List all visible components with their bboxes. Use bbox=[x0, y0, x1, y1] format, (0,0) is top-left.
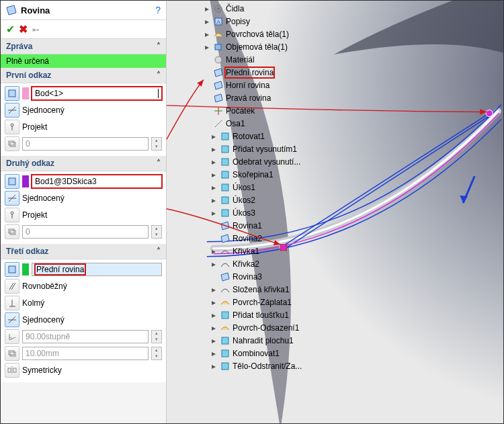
tree-node[interactable]: ▸Povrch-Odsazení1 bbox=[200, 321, 355, 334]
tree-label: Křivka2 bbox=[233, 259, 259, 269]
expand-icon[interactable]: ▸ bbox=[210, 349, 218, 358]
tree-node[interactable]: ▸Křivka1 bbox=[200, 245, 355, 257]
tree-node[interactable]: ▸Odebrat vysunutí... bbox=[200, 155, 355, 168]
tree-node[interactable]: ▸Složená křivka1 bbox=[200, 283, 355, 296]
entity-icon[interactable] bbox=[5, 174, 19, 189]
expand-icon[interactable]: ▸ bbox=[210, 208, 218, 218]
sensor-icon bbox=[213, 3, 224, 14]
third-reference-header[interactable]: Třetí odkaz ˄ bbox=[1, 244, 166, 259]
offset-icon[interactable] bbox=[5, 224, 19, 239]
tree-node[interactable]: ▸Úkos2 bbox=[200, 194, 355, 206]
tree-node[interactable]: ▸Úkos3 bbox=[200, 206, 355, 219]
tree-label: Čidla bbox=[226, 4, 244, 13]
svg-marker-51 bbox=[221, 222, 229, 230]
tree-node[interactable]: Pravá rovina bbox=[200, 91, 355, 104]
tree-node[interactable]: ▸Úkos1 bbox=[200, 181, 355, 194]
tree-node[interactable]: Rovina2 bbox=[200, 232, 355, 245]
coincident-icon[interactable] bbox=[5, 103, 19, 118]
tree-node[interactable]: ▸Nahradit plochu1 bbox=[200, 334, 355, 347]
tree-node[interactable]: ▸Skořepina1 bbox=[200, 168, 355, 181]
expand-icon[interactable]: ▸ bbox=[210, 310, 218, 320]
first-reference-header[interactable]: První odkaz ˄ bbox=[1, 68, 166, 83]
expand-icon[interactable]: ▸ bbox=[210, 196, 218, 205]
coincident-icon[interactable] bbox=[5, 312, 19, 327]
project-icon[interactable] bbox=[5, 208, 19, 222]
expand-icon[interactable]: ▸ bbox=[203, 30, 211, 39]
tree-label: Přidat vysunutím1 bbox=[233, 144, 297, 154]
expand-icon[interactable]: ▸ bbox=[210, 132, 218, 141]
ok-button[interactable]: ✔ bbox=[6, 23, 15, 36]
tree-node[interactable]: ▸Povrchová těla(1) bbox=[200, 28, 355, 40]
expand-icon[interactable]: ▸ bbox=[210, 157, 218, 167]
tree-node[interactable]: ▸Čidla bbox=[200, 2, 355, 15]
pin-button[interactable]: ➵ bbox=[32, 24, 40, 35]
tree-node[interactable]: ▸Objemová těla(1) bbox=[200, 40, 355, 53]
tree-label: Křivka1 bbox=[233, 247, 259, 256]
svg-rect-50 bbox=[222, 210, 228, 216]
expand-icon[interactable]: ▸ bbox=[210, 285, 218, 294]
svg-rect-23 bbox=[10, 352, 15, 356]
expand-icon[interactable]: ▸ bbox=[210, 362, 218, 371]
tree-node[interactable]: ▸Křivka2 bbox=[200, 257, 355, 270]
graphics-viewport[interactable]: ▸Čidla▸APopisy▸Povrchová těla(1)▸Objemov… bbox=[167, 1, 503, 423]
offset-icon[interactable] bbox=[5, 136, 19, 151]
expand-icon[interactable]: ▸ bbox=[210, 323, 218, 333]
tree-node[interactable]: Počátek bbox=[200, 104, 355, 117]
tree-node[interactable]: Rovina3 bbox=[200, 270, 355, 283]
parallel-icon[interactable] bbox=[5, 279, 19, 294]
spinner: ▴▾ bbox=[151, 225, 162, 239]
tree-node[interactable]: ▸Tělo-Odstranit/Za... bbox=[200, 359, 355, 372]
perpendicular-icon[interactable] bbox=[5, 296, 19, 310]
tree-label: Přední rovina bbox=[226, 68, 274, 77]
distance-icon[interactable] bbox=[5, 346, 19, 361]
feature-tree[interactable]: ▸Čidla▸APopisy▸Povrchová těla(1)▸Objemov… bbox=[200, 2, 355, 372]
entity-icon[interactable] bbox=[5, 262, 19, 277]
tree-node[interactable]: Materiál bbox=[200, 53, 355, 66]
expand-icon[interactable]: ▸ bbox=[210, 259, 218, 269]
tree-node[interactable]: ▸Přidat vysunutím1 bbox=[200, 142, 355, 155]
panel-header: Rovina ? bbox=[1, 1, 166, 20]
expand-icon[interactable]: ▸ bbox=[210, 144, 218, 154]
tree-node[interactable]: Horní rovina bbox=[200, 79, 355, 91]
tree-node[interactable]: Osa1 bbox=[200, 117, 355, 130]
second-reference-header[interactable]: Druhý odkaz ˄ bbox=[1, 156, 166, 171]
expand-icon[interactable]: ▸ bbox=[203, 4, 211, 13]
expand-icon[interactable]: ▸ bbox=[210, 298, 218, 307]
svg-line-16 bbox=[9, 283, 13, 290]
expand-icon[interactable]: ▸ bbox=[210, 247, 218, 256]
ref1-field[interactable]: Bod<1> bbox=[32, 87, 162, 100]
tree-node[interactable]: ▸APopisy bbox=[200, 15, 355, 28]
project-icon[interactable] bbox=[5, 120, 19, 134]
expand-icon[interactable]: ▸ bbox=[203, 42, 211, 52]
angle-icon[interactable] bbox=[5, 329, 19, 344]
help-icon[interactable]: ? bbox=[155, 5, 161, 15]
tree-node[interactable]: Rovina1 bbox=[200, 219, 355, 232]
coincident-icon[interactable] bbox=[5, 191, 19, 206]
coincident-label: Sjednocený bbox=[22, 105, 65, 115]
ref2-field[interactable]: Bod1@3DSkica3 bbox=[32, 175, 162, 188]
tree-node[interactable]: ▸Povrch-Záplata1 bbox=[200, 296, 355, 308]
tree-node[interactable]: ▸Přidat tloušťku1 bbox=[200, 308, 355, 321]
tree-node[interactable]: ▸Kombinovat1 bbox=[200, 347, 355, 359]
svg-rect-7 bbox=[10, 142, 15, 146]
ref3-field[interactable]: Přední rovina bbox=[32, 263, 162, 276]
expand-icon[interactable]: ▸ bbox=[210, 336, 218, 345]
expand-icon[interactable]: ▸ bbox=[210, 170, 218, 179]
symmetric-icon[interactable] bbox=[5, 363, 19, 378]
tree-node[interactable]: ▸Rotovat1 bbox=[200, 130, 355, 142]
first-reference-label: První odkaz bbox=[6, 71, 51, 80]
tree-node[interactable]: Přední rovina bbox=[200, 66, 355, 79]
message-section-header[interactable]: Zpráva ˄ bbox=[1, 39, 166, 54]
svg-point-4 bbox=[11, 124, 13, 126]
svg-text:A: A bbox=[216, 19, 220, 26]
svg-marker-28 bbox=[460, 196, 468, 203]
plane-icon bbox=[220, 271, 230, 282]
expand-icon[interactable]: ▸ bbox=[203, 17, 211, 26]
cancel-button[interactable]: ✖ bbox=[19, 23, 28, 36]
expand-icon[interactable]: ▸ bbox=[210, 183, 218, 192]
tree-label: Úkos3 bbox=[233, 208, 255, 218]
ref3-angle-field: 90.00stupně bbox=[22, 330, 149, 343]
entity-icon[interactable] bbox=[5, 86, 19, 101]
feat-icon bbox=[220, 169, 230, 180]
first-reference-body: Bod<1> Sjednocený Projekt 0▴▾ bbox=[1, 83, 166, 156]
